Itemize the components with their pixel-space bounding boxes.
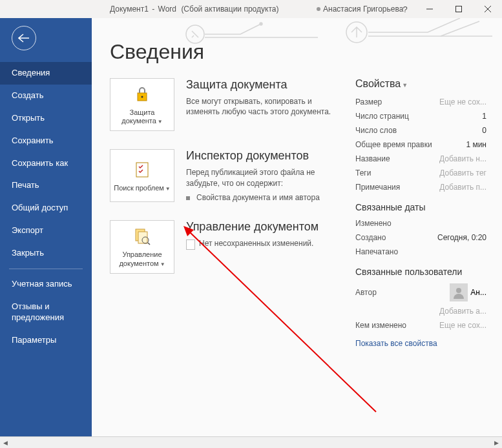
- nav-close[interactable]: Закрыть: [0, 242, 92, 265]
- checklist-icon: [132, 159, 152, 180]
- scroll-right-button[interactable]: ▶: [491, 437, 502, 448]
- doc-name: Документ1: [110, 5, 149, 14]
- svg-point-5: [260, 23, 262, 25]
- svg-point-8: [141, 96, 143, 98]
- prop-row: Автор Ан...: [355, 283, 486, 301]
- prop-comments-label: Примечания: [355, 183, 400, 192]
- minimize-icon: [426, 6, 433, 12]
- author-value[interactable]: Ан...: [450, 283, 486, 301]
- horizontal-scrollbar[interactable]: ◀ ▶: [0, 436, 502, 448]
- prop-row: Изменено: [355, 219, 486, 228]
- prop-modifiedby-label: Кем изменено: [355, 321, 406, 330]
- maximize-icon: [455, 6, 462, 12]
- nav-save-as[interactable]: Сохранить как: [0, 152, 92, 175]
- backstage-sidebar: Сведения Создать Открыть Сохранить Сохра…: [0, 18, 92, 436]
- svg-line-13: [148, 243, 150, 245]
- show-all-properties[interactable]: Показать все свойства: [355, 339, 486, 348]
- prop-pages-value: 1: [482, 112, 486, 121]
- prop-row: Напечатано: [355, 247, 486, 256]
- protect-title: Защита документа: [186, 78, 342, 92]
- prop-words-value: 0: [482, 126, 486, 135]
- inspect-bullet: Свойства документа и имя автора: [186, 193, 342, 202]
- prop-pages-label: Число страниц: [355, 112, 409, 121]
- nav-info[interactable]: Сведения: [0, 62, 92, 85]
- prop-row: Добавить а...: [355, 307, 486, 316]
- titlebar: Документ1 - Word (Сбой активации продукт…: [0, 0, 502, 18]
- prop-row: НазваниеДобавить н...: [355, 154, 486, 163]
- manage-document-button[interactable]: Управление документом▼: [110, 220, 174, 273]
- prop-row: Кем измененоЕще не сох...: [355, 321, 486, 330]
- inspect-section: Поиск проблем▼ Инспектор документов Пере…: [110, 149, 342, 202]
- prop-row: Число слов0: [355, 126, 486, 135]
- prop-words-label: Число слов: [355, 126, 397, 135]
- nav-print[interactable]: Печать: [0, 174, 92, 197]
- back-arrow-icon: [18, 34, 30, 43]
- doc-icon: [186, 239, 195, 250]
- chevron-down-icon: ▼: [402, 82, 408, 88]
- protect-document-button[interactable]: Защита документа▼: [110, 78, 174, 131]
- inspect-desc: Перед публикацией этого файла не забудьт…: [186, 167, 342, 189]
- avatar-icon: [450, 283, 468, 301]
- prop-row: Общее время правки1 мин: [355, 140, 486, 149]
- activation-status: (Сбой активации продукта): [181, 5, 278, 14]
- prop-author-label: Автор: [355, 288, 377, 297]
- prop-modifiedby-value: Еще не сох...: [439, 321, 486, 330]
- prop-created-label: Создано: [355, 233, 386, 242]
- nav-options[interactable]: Параметры: [0, 329, 92, 352]
- prop-size-value: Еще не сох...: [439, 97, 486, 107]
- page-title: Сведения: [110, 40, 486, 64]
- properties-heading[interactable]: Свойства▼: [355, 78, 486, 90]
- scroll-left-button[interactable]: ◀: [0, 437, 11, 448]
- prop-edittime-label: Общее время правки: [355, 140, 432, 149]
- prop-created-value: Сегодня, 0:20: [437, 233, 486, 242]
- content-area: Сведения Защита документа▼ Защита докуме…: [92, 18, 502, 436]
- manage-desc: Нет несохраненных изменений.: [199, 238, 313, 249]
- prop-row: ТегиДобавить тег: [355, 168, 486, 178]
- prop-tags-value[interactable]: Добавить тег: [439, 168, 486, 178]
- protect-section: Защита документа▼ Защита документа Все м…: [110, 78, 342, 131]
- prop-edittime-value: 1 мин: [466, 140, 486, 149]
- minimize-button[interactable]: [415, 0, 444, 18]
- prop-comments-value[interactable]: Добавить п...: [439, 183, 486, 192]
- maximize-button[interactable]: [444, 0, 473, 18]
- nav-export[interactable]: Экспорт: [0, 219, 92, 242]
- scroll-track[interactable]: [11, 437, 491, 448]
- properties-panel: Свойства▼ РазмерЕще не сох... Число стра…: [355, 78, 486, 348]
- nav-account[interactable]: Учетная запись: [0, 273, 92, 296]
- protect-btn-label: Защита документа: [121, 108, 156, 125]
- manage-doc-icon: [132, 226, 152, 247]
- prop-modified-label: Изменено: [355, 219, 392, 228]
- protect-desc: Все могут открывать, копировать и изменя…: [186, 96, 342, 118]
- titlebar-user[interactable]: Анастасия Григорьева: [317, 5, 403, 14]
- check-issues-button[interactable]: Поиск проблем▼: [110, 149, 174, 202]
- nav-share[interactable]: Общий доступ: [0, 197, 92, 219]
- related-users-heading: Связанные пользователи: [355, 267, 486, 277]
- related-dates-heading: Связанные даты: [355, 202, 486, 212]
- chevron-down-icon: ▼: [165, 186, 171, 192]
- titlebar-title: Документ1 - Word (Сбой активации продукт…: [110, 5, 278, 14]
- svg-rect-1: [455, 6, 461, 12]
- prop-row: Число страниц1: [355, 112, 486, 121]
- account-dot-icon: [317, 7, 320, 11]
- inspect-title: Инспектор документов: [186, 149, 342, 163]
- user-name: Анастасия Григорьева: [323, 5, 403, 14]
- close-button[interactable]: [473, 0, 502, 18]
- back-button[interactable]: [12, 26, 36, 50]
- close-icon: [485, 6, 491, 12]
- prop-row: ПримечанияДобавить п...: [355, 183, 486, 192]
- nav-new[interactable]: Создать: [0, 85, 92, 107]
- help-button[interactable]: ?: [395, 5, 415, 14]
- nav-feedback[interactable]: Отзывы и предложения: [0, 296, 92, 329]
- prop-title-label: Название: [355, 154, 390, 163]
- lock-icon: [132, 84, 152, 105]
- prop-tags-label: Теги: [355, 168, 371, 178]
- svg-point-14: [456, 288, 461, 293]
- nav-divider: [9, 269, 83, 269]
- nav-open[interactable]: Открыть: [0, 107, 92, 130]
- manage-btn-label: Управление документом: [119, 250, 162, 267]
- prop-row: РазмерЕще не сох...: [355, 97, 486, 107]
- prop-title-value[interactable]: Добавить н...: [439, 154, 486, 163]
- add-author[interactable]: Добавить а...: [439, 307, 486, 316]
- nav-save[interactable]: Сохранить: [0, 130, 92, 152]
- inspect-btn-label: Поиск проблем: [114, 184, 164, 192]
